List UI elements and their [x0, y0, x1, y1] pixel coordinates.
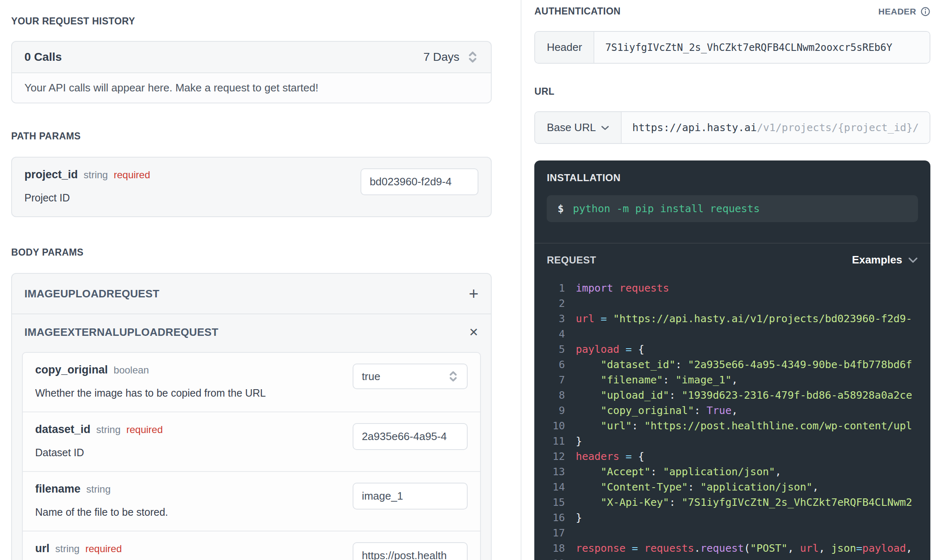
- project-id-input[interactable]: bd023960-f2d9-4: [360, 168, 478, 195]
- line-number: 3: [547, 311, 565, 326]
- field-required-badge: required: [85, 543, 122, 555]
- param-name: project_id: [24, 168, 78, 181]
- url-path-part: /v1/projects/{project_id}/: [757, 122, 919, 134]
- line-number: 18: [547, 541, 565, 556]
- auth-mode-toggle[interactable]: HEADER: [878, 7, 930, 17]
- field-info: dataset_id string required Dataset ID: [35, 423, 163, 459]
- request-url-display: https://api.hasty.ai/v1/projects/{projec…: [622, 112, 930, 143]
- api-console-page: YOUR REQUEST HISTORY 0 Calls 7 Days Your…: [0, 0, 937, 560]
- field-type: string: [86, 483, 111, 495]
- line-number: 1: [547, 280, 565, 296]
- history-range-select[interactable]: 7 Days: [423, 50, 478, 64]
- param-description: Project ID: [24, 192, 150, 204]
- calls-count: 0 Calls: [24, 50, 62, 64]
- filename-input[interactable]: image_1: [353, 483, 468, 510]
- examples-label: Examples: [852, 254, 902, 266]
- code-line: 16}: [547, 510, 930, 525]
- field-info: copy_original boolean Whether the image …: [35, 364, 266, 399]
- code-line: 10 "url": "https://post.healthline.com/w…: [547, 418, 930, 433]
- path-param-info: project_id string required Project ID: [24, 168, 150, 204]
- field-name: dataset_id: [35, 423, 91, 436]
- code-text: headers = {: [576, 449, 644, 464]
- field-type: string: [55, 543, 80, 555]
- schema-row-imageuploadrequest: IMAGEUPLOADREQUEST +: [12, 274, 491, 314]
- auth-mode-label: HEADER: [878, 7, 916, 17]
- param-required-badge: required: [114, 169, 150, 181]
- code-text: "Accept": "application/json",: [576, 464, 781, 479]
- code-line: 9 "copy_original": True,: [547, 403, 930, 418]
- schema-fields-card: copy_original boolean Whether the image …: [22, 352, 481, 560]
- api-key-input[interactable]: 7S1iyfgIVcZtN_2s_VhCZkt7eRQFB4CLNwm2ooxc…: [594, 32, 930, 63]
- authentication-title: AUTHENTICATION: [534, 6, 620, 17]
- installation-section: INSTALLATION $ python -m pip install req…: [534, 160, 930, 232]
- code-line: 12headers = {: [547, 449, 930, 464]
- base-url-select[interactable]: Base URL: [535, 112, 622, 143]
- body-field-dataset-id: dataset_id string required Dataset ID 2a…: [23, 412, 480, 471]
- request-history-card: 0 Calls 7 Days Your API calls will appea…: [11, 41, 492, 103]
- request-title: REQUEST: [547, 254, 596, 266]
- code-text: "dataset_id": "2a935e66-4a95-4349-90be-b…: [576, 357, 912, 372]
- code-line: 7 "filename": "image_1",: [547, 372, 930, 388]
- line-number: 7: [547, 372, 565, 388]
- install-command-box[interactable]: $ python -m pip install requests: [547, 195, 918, 222]
- code-lines: 1import requests23url = "https://api.has…: [534, 276, 930, 560]
- path-params-title: PATH PARAMS: [11, 131, 492, 142]
- code-text: "url": "https://post.healthline.com/wp-c…: [576, 418, 912, 433]
- code-line: 19: [547, 556, 930, 560]
- copy-original-select[interactable]: true: [353, 364, 468, 389]
- request-section-header: REQUEST Examples: [534, 243, 930, 276]
- param-type: string: [84, 169, 108, 181]
- schema-row-imageexternaluploadrequest: IMAGEEXTERNALUPLOADREQUEST ✕: [12, 314, 491, 350]
- history-empty-message: Your API calls will appear here. Make a …: [12, 72, 491, 103]
- code-line: 11}: [547, 433, 930, 449]
- url-title: URL: [534, 86, 930, 97]
- code-text: import requests: [576, 280, 669, 296]
- url-input[interactable]: https://post.health: [353, 542, 468, 560]
- request-builder-column: YOUR REQUEST HISTORY 0 Calls 7 Days Your…: [0, 0, 521, 560]
- line-number: 2: [547, 296, 565, 311]
- code-line: 15 "X-Api-Key": "7S1iyfgIVcZtN_2s_VhCZkt…: [547, 495, 930, 510]
- line-number: 5: [547, 342, 565, 357]
- field-type: string: [96, 424, 121, 436]
- url-group: Base URL https://api.hasty.ai/v1/project…: [534, 111, 930, 144]
- line-number: 19: [547, 556, 565, 560]
- add-schema-icon[interactable]: +: [469, 285, 478, 302]
- line-number: 12: [547, 449, 565, 464]
- history-range-value: 7 Days: [423, 50, 459, 64]
- code-text: }: [576, 510, 582, 525]
- line-number: 14: [547, 479, 565, 495]
- request-history-header: 0 Calls 7 Days: [12, 42, 491, 72]
- examples-dropdown[interactable]: Examples: [852, 254, 918, 266]
- code-line: 8 "upload_id": "1939d623-2316-479f-bd86-…: [547, 388, 930, 403]
- body-field-copy-original: copy_original boolean Whether the image …: [23, 353, 480, 412]
- line-number: 10: [547, 418, 565, 433]
- field-name: filename: [35, 483, 81, 495]
- code-text: "upload_id": "1939d623-2316-479f-bd86-a5…: [576, 388, 912, 403]
- schema-label: IMAGEUPLOADREQUEST: [24, 287, 159, 300]
- schema-label: IMAGEEXTERNALUPLOADREQUEST: [24, 326, 219, 339]
- line-number: 11: [547, 433, 565, 449]
- line-number: 17: [547, 525, 565, 541]
- code-line: 5payload = {: [547, 342, 930, 357]
- path-params-card: project_id string required Project ID bd…: [11, 157, 492, 217]
- select-chevrons-icon: [448, 370, 459, 383]
- field-description: Name of the file to be stored.: [35, 506, 168, 518]
- sort-chevrons-icon: [467, 50, 478, 64]
- code-line: 1import requests: [547, 280, 930, 296]
- line-number: 13: [547, 464, 565, 479]
- remove-schema-icon[interactable]: ✕: [469, 327, 478, 338]
- base-url-label: Base URL: [547, 121, 596, 134]
- code-line: 13 "Accept": "application/json",: [547, 464, 930, 479]
- field-required-badge: required: [126, 424, 163, 436]
- field-info: filename string Name of the file to be s…: [35, 483, 168, 518]
- copy-original-value: true: [362, 370, 380, 383]
- code-line: 18response = requests.request("POST", ur…: [547, 541, 930, 556]
- field-name: copy_original: [35, 364, 108, 376]
- line-number: 15: [547, 495, 565, 510]
- dataset-id-input[interactable]: 2a935e66-4a95-4: [353, 423, 468, 450]
- auth-header-group: Header 7S1iyfgIVcZtN_2s_VhCZkt7eRQFB4CLN…: [534, 31, 930, 64]
- code-line: 17: [547, 525, 930, 541]
- field-description: Whether the image has to be copied from …: [35, 387, 266, 399]
- code-text: url = "https://api.hasty.ai/v1/projects/…: [576, 311, 912, 326]
- chevron-down-icon: [601, 125, 609, 131]
